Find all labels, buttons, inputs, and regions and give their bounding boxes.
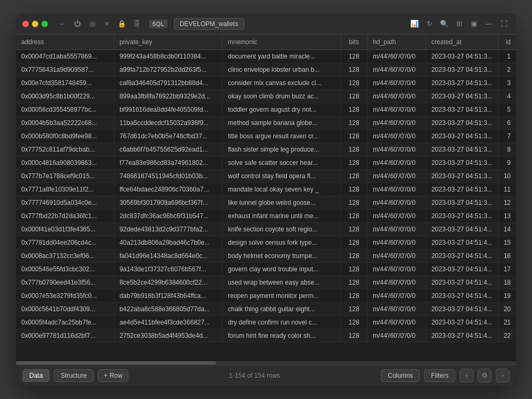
table-row[interactable]: 0x000e97781d116d2bf7...2752ce3038b5ad4f4… bbox=[16, 329, 516, 343]
cell-private_key: 2dc837dfc36ac96bc6f31b547... bbox=[114, 210, 222, 223]
bar-chart-icon[interactable]: 📊 bbox=[409, 18, 420, 30]
list-icon[interactable]: ≡ bbox=[101, 18, 113, 30]
cell-id: 22 bbox=[498, 329, 516, 343]
table-row[interactable]: 0x000c4816a908039863...f77ea83e986cd83a7… bbox=[16, 156, 516, 170]
table-row[interactable]: 0x0004b5b3aa52222c68...11ba5ccddecdcf150… bbox=[16, 117, 516, 130]
table-row[interactable]: 0x777fbd22b7d2da36fc1...2dc837dfc36ac96b… bbox=[16, 210, 516, 223]
cell-id: 21 bbox=[498, 316, 516, 329]
cell-created_at: 2023-03-27 04:51:4... bbox=[426, 289, 498, 303]
cell-mnemonic: exhaust infant marine until me... bbox=[222, 210, 340, 223]
cell-hd_path: m/44'/60'/0'/0/0 bbox=[367, 223, 426, 236]
cell-hd_path: m/44'/60'/0'/0/0 bbox=[367, 103, 426, 117]
cell-address: 0x0004b5b3aa52222c68... bbox=[16, 117, 114, 130]
columns-button[interactable]: Columns bbox=[381, 369, 420, 382]
prev-page-button[interactable]: ‹ bbox=[460, 369, 473, 383]
next-page-button[interactable]: › bbox=[496, 369, 510, 383]
data-tab-button[interactable]: Data bbox=[22, 369, 49, 382]
cell-created_at: 2023-03-27 04:51:3... bbox=[426, 183, 498, 196]
refresh-icon[interactable]: ↻ bbox=[423, 18, 435, 30]
cell-hd_path: m/44'/60'/0'/0/0 bbox=[367, 329, 426, 343]
cell-bits: 128 bbox=[340, 117, 367, 130]
col-header-hd-path[interactable]: hd_path bbox=[367, 35, 426, 50]
cell-mnemonic: toddler govern august dry not... bbox=[222, 103, 340, 117]
table-row[interactable]: 0x7771a8fe10309e11f2...ffce64bdaec248906… bbox=[16, 183, 516, 196]
cell-created_at: 2023-03-27 04:51:3... bbox=[426, 130, 498, 143]
cell-bits: 128 bbox=[340, 250, 367, 263]
close-button[interactable] bbox=[22, 21, 29, 27]
settings-gear-button[interactable]: ⚙ bbox=[478, 369, 492, 383]
cell-address: 0x0005f4adc7ac25bb7fe... bbox=[16, 316, 114, 329]
cell-hd_path: m/44'/60'/0'/0/0 bbox=[367, 130, 426, 143]
cell-hd_path: m/44'/60'/0'/0/0 bbox=[367, 196, 426, 210]
sql-badge[interactable]: SQL bbox=[149, 20, 168, 28]
table-row[interactable]: 0x0003d95c8b1b00f229...899aa3fb8fa78922b… bbox=[16, 90, 516, 103]
eye-icon[interactable]: ◎ bbox=[86, 18, 98, 30]
col-header-id[interactable]: id bbox=[498, 35, 516, 50]
lock-icon[interactable]: 🔒 bbox=[116, 18, 128, 30]
cell-address: 0x000b580f0c8bd9fee98... bbox=[16, 130, 114, 143]
table-row[interactable]: 0x777b7e1788cef9c015...748661874511945cf… bbox=[16, 170, 516, 183]
power-icon[interactable]: ⏻ bbox=[71, 18, 83, 30]
table-row[interactable]: 0x000c5641b70ddf4309...b422aba8c588e3668… bbox=[16, 303, 516, 316]
cell-address: 0x77781dd04ee206cd4c... bbox=[16, 236, 114, 250]
database-icon[interactable]: 🗄 bbox=[131, 18, 143, 30]
cell-address: 0x777b7e1788cef9c015... bbox=[16, 170, 114, 183]
cell-created_at: 2023-03-27 04:51:4... bbox=[426, 316, 498, 329]
structure-tab-button[interactable]: Structure bbox=[54, 369, 94, 382]
table-row[interactable]: 0x000b580f0c8bd9fee98...767d61dc7eb0b5e7… bbox=[16, 130, 516, 143]
table-row[interactable]: 0x0008ac37132cc3ef06...fa041d96e14348ac8… bbox=[16, 250, 516, 263]
cell-address: 0x000e97781d116d2bf7... bbox=[16, 329, 114, 343]
table-row[interactable]: 0x77752c811af79dcbab...c6abb6f7b45755625… bbox=[16, 143, 516, 156]
table-row[interactable]: 0x777746910d5a034c0e...30569bf3017909a69… bbox=[16, 196, 516, 210]
cell-created_at: 2023-03-27 04:51:4... bbox=[426, 329, 498, 343]
minimize-button[interactable] bbox=[32, 21, 38, 27]
table-row[interactable]: 0x77781dd04ee206cd4c...40a213db806a29bad… bbox=[16, 236, 516, 250]
table-row[interactable]: 0x0007e53e3279fd35fc0...dab79b918b3f128f… bbox=[16, 289, 516, 303]
col-header-created-at[interactable]: created_at bbox=[426, 35, 498, 50]
fullscreen-icon[interactable]: ⛶ bbox=[498, 18, 510, 30]
cell-hd_path: m/44'/60'/0'/0/0 bbox=[367, 236, 426, 250]
cell-id: 6 bbox=[498, 117, 516, 130]
table-row[interactable]: 0x0005f4adc7ac25bb7fe...ae4d5e411bfee4f3… bbox=[16, 316, 516, 329]
col-header-bits[interactable]: bits bbox=[340, 35, 367, 50]
cell-bits: 128 bbox=[340, 77, 367, 90]
table-row[interactable]: 0x00056cd355458977bc...bf991616dea8dd4fe… bbox=[16, 103, 516, 117]
back-icon[interactable]: ← bbox=[56, 18, 68, 30]
cell-address: 0x777b0790eed41e3f56... bbox=[16, 276, 114, 289]
cell-private_key: 9a143de1f37327c6076b567f... bbox=[114, 263, 222, 276]
col-header-private-key[interactable]: private_key bbox=[114, 35, 222, 50]
col-header-address[interactable]: address bbox=[16, 35, 114, 50]
cell-hd_path: m/44'/60'/0'/0/0 bbox=[367, 63, 426, 77]
cell-mnemonic: knife section coyote soft regio... bbox=[222, 223, 340, 236]
cell-hd_path: m/44'/60'/0'/0/0 bbox=[367, 50, 426, 63]
cell-address: 0x77756431a9d909587... bbox=[16, 63, 114, 77]
add-row-button[interactable]: + Row bbox=[98, 369, 128, 382]
cell-created_at: 2023-03-27 04:51:3... bbox=[426, 117, 498, 130]
cell-id: 4 bbox=[498, 90, 516, 103]
cell-id: 7 bbox=[498, 130, 516, 143]
search-icon[interactable]: 🔍 bbox=[438, 18, 450, 30]
toolbar-right: 📊 ↻ 🔍 ⊞ ▣ — ⛶ bbox=[409, 18, 510, 30]
table-row[interactable]: 0x00047cd1aba5557869...999f243a458b8cdb0… bbox=[16, 50, 516, 63]
table-container[interactable]: address private_key mnemonic bits hd_pat… bbox=[16, 35, 516, 361]
statusbar-right: Columns Filters ‹ ⚙ › bbox=[381, 369, 510, 383]
table-row[interactable]: 0x00e7cfd3581748459...caf8a346405d791312… bbox=[16, 77, 516, 90]
cell-private_key: 999f243a458b8cdb0f110384... bbox=[114, 50, 222, 63]
sidebar-icon[interactable]: ▣ bbox=[468, 18, 480, 30]
cell-address: 0x777746910d5a034c0e... bbox=[16, 196, 114, 210]
table-row[interactable]: 0x000546e55fd3cbc302...9a143de1f37327c60… bbox=[16, 263, 516, 276]
cell-private_key: fa041d96e14348ac8d664e0c... bbox=[114, 250, 222, 263]
minus-icon[interactable]: — bbox=[483, 18, 495, 30]
table-row[interactable]: 0x777b0790eed41e3f56...8ce5b2ce4299b6384… bbox=[16, 276, 516, 289]
cell-created_at: 2023-03-27 04:51:4... bbox=[426, 250, 498, 263]
cell-private_key: 748661874511945cfd01b03b... bbox=[114, 170, 222, 183]
grid-icon[interactable]: ⊞ bbox=[453, 18, 465, 30]
table-row[interactable]: 0x77756431a9d909587...a99fa712b727952b2d… bbox=[16, 63, 516, 77]
cell-address: 0x00047cd1aba5557869... bbox=[16, 50, 114, 63]
table-row[interactable]: 0x000f41e03d1f3fe4365...92dede43813d2c9d… bbox=[16, 223, 516, 236]
maximize-button[interactable] bbox=[41, 21, 48, 27]
col-header-mnemonic[interactable]: mnemonic bbox=[222, 35, 340, 50]
filters-button[interactable]: Filters bbox=[424, 369, 455, 382]
cell-mnemonic: govern clay word trouble input... bbox=[222, 263, 340, 276]
cell-created_at: 2023-03-27 04:51:4... bbox=[426, 263, 498, 276]
